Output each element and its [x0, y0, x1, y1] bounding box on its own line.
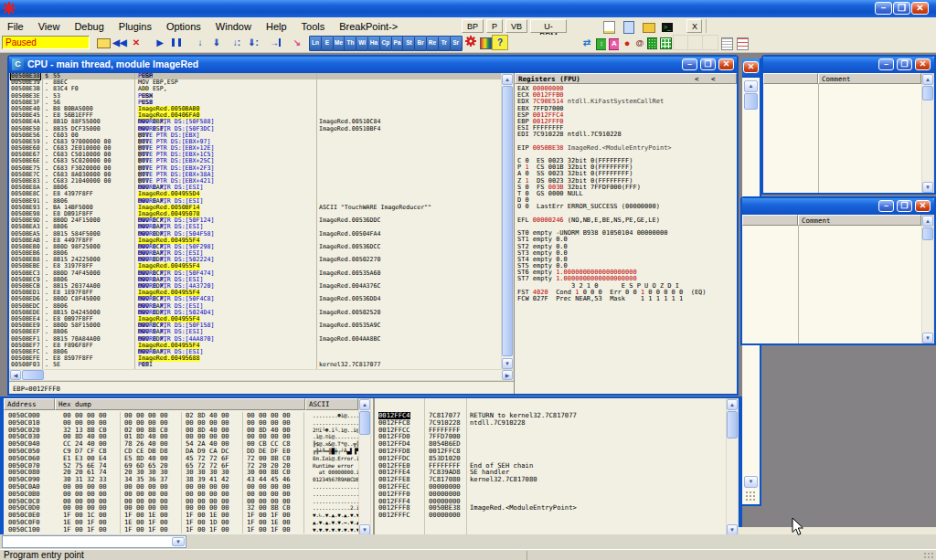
close-program-icon[interactable]: ✕ [128, 35, 144, 50]
menu-item[interactable]: Debug [67, 18, 111, 32]
dump-row[interactable]: 0050C040CC 24 40 0078 26 40 0054 2A 40 0… [4, 440, 358, 448]
breakpoint-plugin-button[interactable]: P [486, 19, 503, 33]
menu-item[interactable]: Help [259, 18, 294, 32]
command-combobox[interactable]: ▼ [2, 535, 186, 548]
scroll-down-icon[interactable]: ▼ [922, 182, 933, 193]
maximize-button[interactable]: ❐ [897, 200, 912, 212]
memory-dump-pane[interactable]: 0050C00000 00 00 0000 00 00 0002 8D 40 0… [4, 412, 358, 534]
dump-row[interactable]: 0050C09030 31 32 3334 35 36 3738 39 41 4… [4, 476, 358, 483]
pane-shortcut-button[interactable]: Cp [379, 36, 392, 51]
registers-pane[interactable]: Registers (FPU) < < EAX 00000000ECX 0012… [515, 73, 737, 394]
dump-row[interactable]: 0050C0B000 00 00 0000 00 00 0000 00 00 0… [4, 491, 358, 498]
disassembly-row[interactable]: 0050BE50.8B35 DCF35000MOV ESI,DWORD PTR … [9, 126, 501, 132]
cpu-maximize-button[interactable]: ❐ [700, 58, 716, 70]
disassembly-row[interactable]: 0050BE38$55PUSH EBP [9, 73, 501, 79]
stack-row[interactable]: 0012FFFC00000000 [375, 512, 726, 519]
scrollbar-thumb[interactable] [22, 370, 44, 380]
dump-row[interactable]: 0050C0C000 00 00 0000 00 00 0000 00 00 0… [4, 498, 358, 505]
register-line[interactable]: EIP 0050BE38 ImageRed.<ModuleEntryPoint> [517, 145, 707, 152]
comment-window-bottom-body[interactable] [742, 226, 921, 343]
disassembly-row[interactable]: 0050BF03.5EPOP ESIkernel32.7C817077 [9, 362, 501, 368]
dump-row[interactable]: 0050C060E1 E3 00 E4E5 8D 40 0045 72 72 6… [4, 455, 358, 462]
cpu-minimize-button[interactable]: – [682, 58, 697, 70]
stack-row[interactable]: 0012FFE47C839AD8SE handler [375, 469, 726, 476]
scroll-down-icon[interactable]: ▼ [744, 476, 758, 488]
disassembly-row[interactable]: 0050BE3B.83C4 F0ADD ESP,-10 [9, 86, 501, 92]
pane-shortcut-button[interactable]: Tr [438, 36, 451, 51]
scrollbar-thumb[interactable] [727, 411, 738, 438]
stack-row[interactable]: 0012FFC47C817077RETURN to kernel32.7C817… [375, 412, 726, 419]
resize-grip[interactable] [923, 552, 934, 560]
menu-close-x-button[interactable]: X [686, 19, 702, 33]
scroll-down-icon[interactable]: ▼ [922, 333, 933, 343]
comment-bottom-vscrollbar[interactable]: ▲ ▼ [921, 215, 934, 343]
register-line[interactable]: T 0 GS 0000 NULL [517, 191, 707, 197]
stack-row[interactable]: 0012FFF000000000 [375, 491, 726, 498]
pane-shortcut-button[interactable]: E [321, 36, 334, 51]
registers-prev2-icon[interactable]: < [711, 75, 716, 83]
disassembly-row[interactable]: 0050BE83.C683 21040000 00MOV BYTE PTR DS… [9, 178, 501, 185]
disassembly-vscrollbar[interactable]: ▲ ▼ [501, 73, 514, 369]
column-header-comment[interactable]: Comment [818, 73, 921, 84]
pane-shortcut-button[interactable]: Ln [309, 36, 322, 51]
breakpoint-plugin-button[interactable]: BP [462, 19, 484, 33]
register-line[interactable]: EFL 00000246 (NO,NB,E,BE,NS,PE,GE,LE) [517, 217, 707, 224]
stack-row[interactable]: 0012FFF80050BE38ImageRed.<ModuleEntryPoi… [375, 504, 726, 512]
close-button[interactable]: ✕ [915, 200, 931, 212]
registers-prev-icon[interactable]: < [695, 75, 699, 83]
dump-header-ascii[interactable]: ASCII [305, 398, 358, 410]
help-icon[interactable]: ? [492, 35, 508, 50]
dump-header-hex[interactable]: Hex dump [55, 398, 305, 410]
dump-row[interactable]: 0050C1001F 00 1F 001F 00 1F 001F 00 1F 0… [4, 526, 358, 534]
pause-icon[interactable] [168, 35, 185, 50]
register-line[interactable]: O 0 LastErr ERROR_SUCCESS (00000000) [517, 204, 707, 210]
disassembly-hscrollbar[interactable]: ◀ ▶ [9, 369, 514, 381]
close-button[interactable]: ✕ [911, 2, 929, 15]
comment-window-top-body[interactable] [763, 84, 921, 193]
scrollbar-thumb[interactable] [502, 86, 513, 356]
scroll-up-icon[interactable]: ▲ [727, 399, 738, 410]
stack-row[interactable]: 0012FFCCFFFFFFFF [375, 427, 726, 434]
scroll-down-icon[interactable]: ▼ [727, 524, 738, 534]
stack-row[interactable]: 0012FFDC853D1020 [375, 455, 726, 462]
cpu-window-titlebar[interactable]: C CPU - main thread, module ImageRed – ❐… [9, 57, 737, 73]
scrollbar-thumb[interactable] [922, 227, 933, 240]
goto-address-icon[interactable]: ↘ [289, 35, 305, 50]
column-divider[interactable] [134, 73, 135, 369]
scroll-up-icon[interactable]: ▲ [922, 216, 933, 227]
dump-row[interactable]: 0050C0A000 00 00 0000 00 00 0000 00 00 0… [4, 483, 358, 491]
pane-shortcut-button[interactable]: Re [426, 36, 439, 51]
scroll-right-icon[interactable]: ▶ [502, 370, 513, 380]
column-divider[interactable] [42, 73, 43, 369]
breakpoint-plugin-button[interactable]: VB [505, 19, 527, 33]
comment-window-bottom-titlebar[interactable]: – ❐ ✕ [742, 198, 934, 215]
close-button[interactable]: ✕ [915, 58, 931, 70]
register-line[interactable]: EDI 7C910228 ntdll.7C910228 [517, 132, 707, 138]
disassembly-row[interactable]: 0050BE9D.8B0D 24F15000MOV ECX,DWORD PTR … [9, 217, 501, 224]
maximize-button[interactable]: ❐ [893, 2, 910, 15]
scrollbar-thumb[interactable] [744, 93, 758, 110]
green-grid-icon[interactable] [657, 35, 674, 50]
maximize-button[interactable]: ❐ [897, 58, 912, 70]
disassembly-row[interactable]: 0050BE39.8BECMOV EBP,ESP [9, 79, 501, 86]
dump-row[interactable]: 0050C00000 00 00 0000 00 00 0002 8D 40 0… [4, 412, 358, 419]
scrollbar-thumb[interactable] [359, 411, 370, 435]
dump-row[interactable]: 0050C02032 13 8B C002 00 8B C000 8D 40 0… [4, 427, 358, 434]
stack-vscrollbar[interactable]: ▲ ▼ [726, 398, 739, 534]
dump-vscrollbar[interactable]: ▲ ▼ [358, 398, 371, 534]
minimize-button[interactable]: – [875, 2, 892, 15]
scroll-down-icon[interactable]: ▼ [502, 358, 513, 369]
disassembly-row[interactable]: 0050BEE9.8B0D 58F15000MOV ECX,DWORD PTR … [9, 322, 501, 329]
form-window-icon[interactable] [734, 35, 750, 50]
menu-item[interactable]: Options [159, 18, 208, 32]
stack-row[interactable]: 0012FFD48054B6ED [375, 440, 726, 448]
stack-row[interactable]: 0012FFD80012FFC8 [375, 448, 726, 455]
menu-item[interactable]: View [31, 18, 68, 32]
scroll-up-icon[interactable]: ▲ [502, 74, 513, 85]
disassembly-row[interactable]: 0050BEFE.E8 8597F8FFCALL ImageRed.004956… [9, 355, 501, 362]
column-header-blank[interactable] [742, 215, 798, 226]
menu-item[interactable]: Plugins [112, 18, 159, 32]
step-over-icon[interactable]: ⇓ [208, 35, 225, 50]
open-file-icon[interactable] [95, 35, 112, 50]
disassembly-row[interactable]: 0050BEF7.E8 F896F8FFCALL ImageRed.004955… [9, 343, 501, 349]
